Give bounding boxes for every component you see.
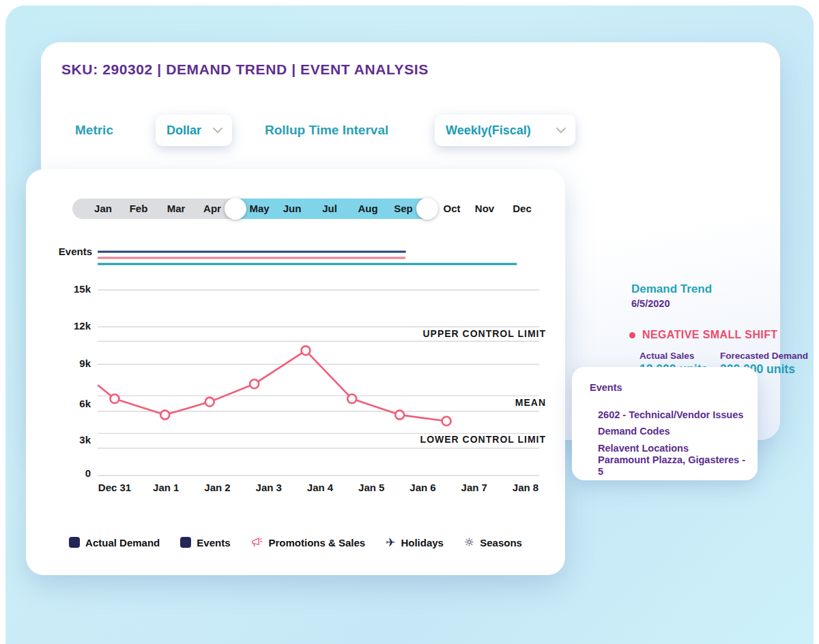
slider-handle-end[interactable] [416,198,438,220]
y-axis-label: 15k [74,283,91,295]
month-option-jun[interactable]: Jun [283,203,302,214]
demand-trend-chart: UPPER CONTROL LIMITMEANLOWER CONTROL LIM… [26,234,565,507]
month-option-dec[interactable]: Dec [513,203,532,214]
x-axis-label: Jan 2 [204,482,230,493]
demand-trend-date: 6/5/2020 [631,298,670,309]
relevant-locations-value: Paramount Plazza, Gigasteres - 5 [598,454,748,477]
data-point[interactable] [301,346,310,355]
y-axis-label: 6k [79,398,91,409]
event-code-line: 2602 - Technical/Vendor Issues [598,409,748,421]
swatch-icon [180,537,191,548]
month-option-nov[interactable]: Nov [475,203,494,214]
relevant-locations-label: Relavent Locations [598,443,748,454]
month-option-sep[interactable]: Sep [394,203,413,214]
swatch-icon [69,537,80,548]
y-axis-label: 3k [79,434,91,445]
x-axis-label: Jan 3 [256,482,282,493]
x-axis-label: Jan 6 [410,482,435,493]
legend-label: Promotions & Sales [268,537,365,548]
forecast-demand-label: Forecasted Demand [720,351,808,361]
month-option-may[interactable]: May [249,203,269,214]
events-card-lines: 2602 - Technical/Vendor Issues Demand Co… [598,409,748,477]
data-point[interactable] [160,411,169,420]
slider-handle-start[interactable] [225,198,246,220]
reference-line-label: MEAN [515,397,546,408]
legend-item-actual-demand[interactable]: Actual Demand [69,537,160,548]
megaphone-icon [250,536,263,548]
month-option-apr[interactable]: Apr [203,203,221,214]
demand-codes-line: Demand Codes [598,426,748,437]
month-option-aug[interactable]: Aug [358,203,377,214]
x-axis-label: Dec 31 [98,482,131,493]
data-point[interactable] [395,411,404,420]
status-badge: NEGATIVE SMALL SHIFT [642,329,778,341]
data-point[interactable] [111,394,119,403]
rollup-label: Rollup Time Interval [265,123,388,138]
actual-sales-label: Actual Sales [640,351,708,361]
month-option-mar[interactable]: Mar [167,203,186,214]
month-range-slider[interactable]: JanFebMarAprMayJunJulAugSepOctNovDec [26,199,565,219]
month-option-oct[interactable]: Oct [443,203,460,214]
chart-legend: Actual DemandEventsPromotions & Sales✈Ho… [26,536,565,548]
reference-line-label: LOWER CONTROL LIMIT [420,434,546,445]
metric-dropdown[interactable]: Dollar [156,115,232,146]
demand-trend-title: Demand Trend [631,282,712,296]
events-card: Events 2602 - Technical/Vendor Issues De… [572,367,758,480]
shift-status: NEGATIVE SMALL SHIFT [629,329,778,341]
metric-label: Metric [75,123,113,138]
data-point[interactable] [205,398,214,407]
x-axis-label: Jan 5 [358,482,384,493]
legend-label: Seasons [480,537,522,548]
legend-label: Events [197,537,230,548]
legend-label: Actual Demand [85,537,160,548]
x-axis-label: Jan 4 [307,482,334,493]
reference-line-label: UPPER CONTROL LIMIT [422,328,546,339]
chart-card: JanFebMarAprMayJunJulAugSepOctNovDec UPP… [26,169,565,575]
month-option-feb[interactable]: Feb [130,203,148,214]
events-row-label: Events [59,246,92,257]
rollup-dropdown[interactable]: Weekly(Fiscal) [435,115,575,146]
legend-item-seasons[interactable]: ☼Seasons [464,537,522,548]
month-option-jul[interactable]: Jul [322,203,337,214]
series-line-actual-demand [98,351,446,421]
data-point[interactable] [250,379,259,388]
status-dot-icon [629,332,635,338]
chevron-down-icon [213,124,222,136]
x-axis-label: Jan 7 [461,482,487,493]
legend-item-promotions-sales[interactable]: Promotions & Sales [250,536,365,548]
month-option-jan[interactable]: Jan [94,203,112,214]
y-axis-label: 12k [74,320,91,332]
airplane-icon: ✈ [386,537,395,548]
chevron-down-icon [556,124,566,136]
legend-label: Holidays [401,537,444,548]
page-title: SKU: 290302 | DEMAND TREND | EVENT ANALY… [61,61,429,78]
data-point[interactable] [347,394,356,403]
legend-item-holidays[interactable]: ✈Holidays [386,537,444,548]
x-axis-label: Jan 8 [513,482,538,493]
sun-icon: ☼ [464,537,474,548]
metric-dropdown-value: Dollar [167,123,201,138]
y-axis-label: 0 [85,467,91,479]
x-axis-label: Jan 1 [153,482,179,493]
rollup-dropdown-value: Weekly(Fiscal) [446,123,531,138]
legend-item-events[interactable]: Events [180,537,230,548]
y-axis-label: 9k [79,357,91,369]
events-card-title: Events [590,382,622,393]
data-point[interactable] [442,417,451,426]
